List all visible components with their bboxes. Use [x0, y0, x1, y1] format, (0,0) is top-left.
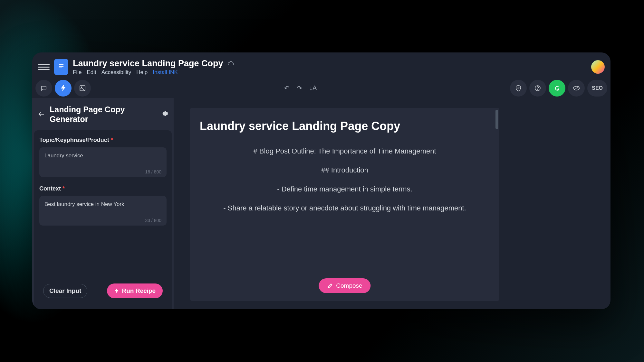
svg-rect-0 — [59, 64, 63, 65]
run-label: Run Recipe — [122, 287, 156, 294]
undo-icon[interactable]: ↶ — [284, 84, 290, 92]
menu-file[interactable]: File — [73, 69, 82, 76]
run-button[interactable]: Run Recipe — [107, 283, 163, 298]
menu-install[interactable]: Install INK — [153, 69, 178, 76]
bolt-icon[interactable] — [55, 80, 72, 97]
clear-button[interactable]: Clear Input — [43, 284, 87, 298]
hamburger-menu[interactable] — [38, 61, 50, 73]
scrollbar-thumb[interactable] — [495, 110, 498, 129]
sidebar: Landing Page Copy Generator Topic/Keyphr… — [32, 98, 174, 309]
compose-button[interactable]: Compose — [319, 278, 370, 293]
editor-card[interactable]: Laundry service Landing Page Copy # Blog… — [190, 108, 499, 301]
redo-icon[interactable]: ↷ — [297, 84, 302, 92]
topbar: Laundry service Landing Page Copy File E… — [32, 52, 610, 78]
body: Landing Page Copy Generator Topic/Keyphr… — [32, 98, 610, 309]
field1-label: Topic/Keyphrase/Product * — [39, 137, 167, 144]
help-icon[interactable] — [529, 80, 546, 97]
sidebar-title: Landing Page Copy Generator — [50, 105, 158, 124]
editor-heading[interactable]: Laundry service Landing Page Copy — [200, 119, 490, 133]
avatar[interactable] — [591, 60, 605, 74]
editor-line: # Blog Post Outline: The Importance of T… — [200, 146, 490, 156]
field2-label: Context * — [39, 185, 167, 192]
editor-line: ## Introduction — [200, 165, 490, 175]
menu-help[interactable]: Help — [136, 69, 148, 76]
svg-point-6 — [538, 89, 538, 90]
form-area: Topic/Keyphrase/Product * 16 / 800 Conte… — [34, 130, 172, 309]
sidebar-footer: Clear Input Run Recipe — [39, 279, 167, 303]
field2-count: 33 / 800 — [44, 218, 161, 223]
svg-rect-1 — [59, 66, 63, 67]
compose-label: Compose — [336, 282, 362, 289]
bolt-small-icon — [114, 288, 119, 294]
field2-input[interactable]: 33 / 800 — [39, 196, 167, 226]
back-arrow-icon[interactable] — [37, 110, 46, 119]
field2-textarea[interactable] — [44, 201, 161, 217]
editor-line: - Define time management in simple terms… — [200, 184, 490, 194]
document-icon — [54, 59, 68, 75]
field1-input[interactable]: 16 / 800 — [39, 147, 167, 177]
toolbar: ↶ ↷ ↓A SEO — [32, 78, 610, 98]
field1-count: 16 / 800 — [44, 169, 161, 174]
toolbar-center: ↶ ↷ ↓A — [93, 84, 507, 92]
seo-label: SEO — [592, 85, 603, 91]
seo-button[interactable]: SEO — [587, 80, 607, 97]
document-title[interactable]: Laundry service Landing Page Copy — [73, 59, 223, 69]
title-block: Laundry service Landing Page Copy File E… — [73, 59, 587, 76]
svg-rect-2 — [59, 68, 62, 68]
shield-icon[interactable] — [510, 80, 527, 97]
sidebar-header: Landing Page Copy Generator — [32, 98, 174, 130]
app-window: Laundry service Landing Page Copy File E… — [32, 52, 610, 309]
editor-content[interactable]: # Blog Post Outline: The Importance of T… — [200, 146, 490, 213]
visibility-icon[interactable] — [568, 80, 585, 97]
menu-accessibility[interactable]: Accessibility — [101, 69, 131, 76]
cloud-sync-icon — [228, 59, 235, 69]
chat-icon[interactable] — [35, 80, 52, 97]
grammarly-icon[interactable] — [549, 80, 565, 97]
pencil-icon — [327, 283, 333, 289]
menu-edit[interactable]: Edit — [87, 69, 96, 76]
gear-icon[interactable] — [161, 110, 169, 119]
editor: Laundry service Landing Page Copy # Blog… — [174, 98, 610, 309]
menu-bar: File Edit Accessibility Help Install INK — [73, 69, 587, 76]
image-icon[interactable] — [74, 80, 91, 97]
editor-line: - Share a relatable story or anecdote ab… — [200, 203, 490, 213]
text-size-icon[interactable]: ↓A — [309, 84, 317, 92]
field1-textarea[interactable] — [44, 153, 161, 168]
